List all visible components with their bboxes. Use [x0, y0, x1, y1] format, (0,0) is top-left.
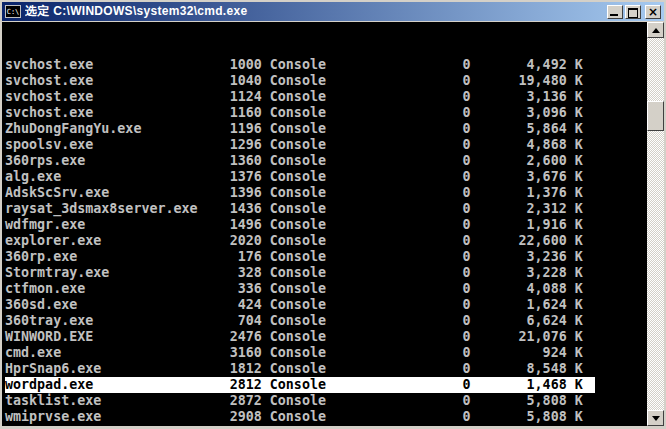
- process-row: wmiprvse.exe 2908 Console 0 5,808 K: [5, 409, 647, 425]
- process-row: tasklist.exe 2872 Console 0 5,808 K: [5, 393, 647, 409]
- window-title: 选定 C:\WINDOWS\system32\cmd.exe: [25, 3, 603, 20]
- minimize-icon: [610, 14, 618, 16]
- close-button[interactable]: ×: [645, 5, 661, 19]
- maximize-button[interactable]: [625, 5, 641, 19]
- process-row: ctfmon.exe 336 Console 0 4,088 K: [5, 281, 647, 297]
- close-icon: ×: [646, 5, 660, 19]
- scroll-up-button[interactable]: [647, 22, 664, 38]
- scrollbar-track[interactable]: [647, 22, 664, 426]
- scrollbar-thumb[interactable]: [647, 101, 664, 131]
- process-row: spoolsv.exe 1296 Console 0 4,868 K: [5, 137, 647, 153]
- process-row: wdfmgr.exe 1496 Console 0 1,916 K: [5, 217, 647, 233]
- process-row: Stormtray.exe 328 Console 0 3,228 K: [5, 265, 647, 281]
- process-row: 360rps.exe 1360 Console 0 2,600 K: [5, 153, 647, 169]
- scroll-down-icon: [652, 416, 660, 421]
- scroll-down-button[interactable]: [647, 410, 664, 426]
- process-row: svchost.exe 1160 Console 0 3,096 K: [5, 105, 647, 121]
- process-row: ZhuDongFangYu.exe 1196 Console 0 5,864 K: [5, 121, 647, 137]
- scroll-up-icon: [652, 28, 660, 33]
- process-row: raysat_3dsmax8server.exe 1436 Console 0 …: [5, 201, 647, 217]
- minimize-button[interactable]: [607, 5, 623, 19]
- process-row: AdskScSrv.exe 1396 Console 0 1,376 K: [5, 185, 647, 201]
- console-area: svchost.exe 1000 Console 0 4,492 Ksvchos…: [2, 22, 664, 426]
- process-row: svchost.exe 1000 Console 0 4,492 K: [5, 57, 647, 73]
- process-row: 360rp.exe 176 Console 0 3,236 K: [5, 249, 647, 265]
- cmd-window: C:\ 选定 C:\WINDOWS\system32\cmd.exe × svc…: [0, 0, 666, 429]
- cmd-icon[interactable]: C:\: [5, 5, 21, 18]
- process-row: WINWORD.EXE 2476 Console 0 21,076 K: [5, 329, 647, 345]
- process-list: svchost.exe 1000 Console 0 4,492 Ksvchos…: [5, 57, 647, 425]
- maximize-icon: [628, 8, 638, 18]
- process-row: 360sd.exe 424 Console 0 1,624 K: [5, 297, 647, 313]
- window-controls: ×: [607, 5, 661, 19]
- process-row: svchost.exe 1040 Console 0 19,480 K: [5, 73, 647, 89]
- process-row: HprSnap6.exe 1812 Console 0 8,548 K: [5, 361, 647, 377]
- process-row: alg.exe 1376 Console 0 3,676 K: [5, 169, 647, 185]
- title-bar[interactable]: C:\ 选定 C:\WINDOWS\system32\cmd.exe ×: [2, 2, 664, 21]
- console-output[interactable]: svchost.exe 1000 Console 0 4,492 Ksvchos…: [2, 22, 647, 426]
- process-row-selected: wordpad.exe 2812 Console 0 1,468 K: [5, 377, 595, 393]
- process-row: svchost.exe 1124 Console 0 3,136 K: [5, 89, 647, 105]
- process-row: cmd.exe 3160 Console 0 924 K: [5, 345, 647, 361]
- process-row: 360tray.exe 704 Console 0 6,624 K: [5, 313, 647, 329]
- process-row: explorer.exe 2020 Console 0 22,600 K: [5, 233, 647, 249]
